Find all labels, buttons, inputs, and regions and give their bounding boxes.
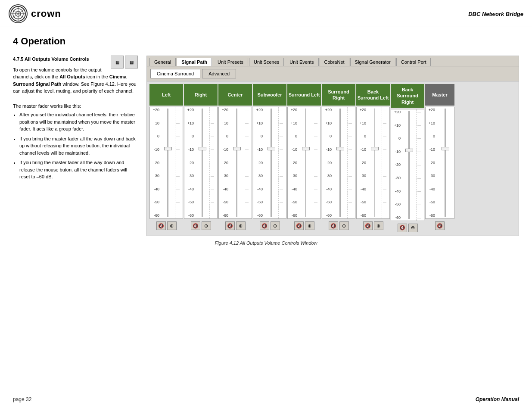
bullet-list: After you set the individual channel lev… <box>19 111 138 181</box>
sub-tab-advanced[interactable]: Advanced <box>202 69 236 78</box>
tab-control-port[interactable]: Control Port <box>396 58 431 66</box>
tab-signal-path[interactable]: Signal Path <box>177 58 212 66</box>
mute-btn-sub[interactable]: 🔇 <box>260 221 269 230</box>
master-controls: 🔇 <box>434 221 445 231</box>
tab-general[interactable]: General <box>149 58 176 66</box>
sub-tab-cinema-surround[interactable]: Cinema Surround <box>150 69 200 78</box>
bullet-3: If you bring the master fader all the wa… <box>19 159 138 181</box>
fader-track-bsl[interactable] <box>367 107 382 218</box>
mute-btn-bsr[interactable]: 🔇 <box>398 224 407 232</box>
fader-scale-right2: — — — — — — — — — <box>209 107 217 218</box>
channel-controls-sub: 🔇 ⊕ <box>259 221 281 231</box>
fader-thumb-bsr[interactable] <box>405 149 413 152</box>
crown-logo <box>9 4 28 23</box>
text-panel: ▦ ▦ 4.7.5 All Outputs Volume Controls To… <box>13 56 138 236</box>
channel-header-surround-right: Surround Right <box>322 84 355 106</box>
polarity-btn-bsr[interactable]: ⊕ <box>408 224 418 232</box>
fader-thumb-sr[interactable] <box>336 147 344 150</box>
fader-thumb-master[interactable] <box>442 147 449 150</box>
channel-header-right: Right <box>184 84 218 106</box>
fader-track-sub[interactable] <box>264 107 278 218</box>
channel-left: Left +20 +10 0 -10 -20 -30 -40 -50 -60 <box>149 84 183 233</box>
channel-back-surround-right: Back Surround Right +20 +10 0 -10 -20 -3… <box>391 84 424 233</box>
channel-header-surround-left: Surround Left <box>287 84 321 106</box>
bullet-2: If you bring the master fader all the wa… <box>19 135 138 157</box>
icon-box: ▦ ▦ <box>111 56 138 68</box>
fader-scale-sr: +20 +10 0 -10 -20 -30 -40 -50 -60 <box>322 107 333 218</box>
channel-controls-bsl: 🔇 ⊕ <box>362 221 384 231</box>
tab-unit-presets[interactable]: Unit Presets <box>213 58 248 66</box>
fader-thumb-sl[interactable] <box>302 147 310 150</box>
mute-btn-master[interactable]: 🔇 <box>435 221 445 230</box>
mute-btn-left[interactable]: 🔇 <box>156 221 166 230</box>
fader-area-left: +20 +10 0 -10 -20 -30 -40 -50 -60 <box>149 107 183 219</box>
fader-track-left[interactable] <box>160 107 175 218</box>
channel-center: Center +20 +10 0 -10 -20 -30 -40 -50 -60 <box>218 84 252 233</box>
fader-track-right[interactable] <box>195 107 209 218</box>
channel-controls-left: 🔇 ⊕ <box>156 221 177 231</box>
fader-thumb-right[interactable] <box>199 147 206 150</box>
fader-area-center: +20 +10 0 -10 -20 -30 -40 -50 -60 <box>218 107 252 219</box>
fader-sr-sub: — — — — — — — — — <box>278 107 286 218</box>
channel-controls-sl: 🔇 ⊕ <box>293 221 315 231</box>
polarity-btn-right[interactable]: ⊕ <box>202 221 211 230</box>
bullet-1: After you set the individual channel lev… <box>19 111 138 133</box>
fader-scale-bsr: +20 +10 0 -10 -20 -30 -40 -50 -60 <box>391 109 401 221</box>
tab-unit-scenes[interactable]: Unit Scenes <box>249 58 284 66</box>
main-tab-bar: General Signal Path Unit Presets Unit Sc… <box>147 56 519 66</box>
fader-area-sr: +20 +10 0 -10 -20 -30 -40 -50 -60 <box>322 107 355 219</box>
channel-controls-center: 🔇 ⊕ <box>224 221 246 231</box>
mute-btn-center[interactable]: 🔇 <box>225 221 235 230</box>
tab-unit-events[interactable]: Unit Events <box>285 58 318 66</box>
fader-thumb-sub[interactable] <box>268 147 275 150</box>
fader-area-sl: +20 +10 0 -10 -20 -30 -40 -50 -60 <box>287 107 321 219</box>
fader-track-master[interactable] <box>436 107 454 218</box>
fader-sr-sl: — — — — — — — — — <box>313 107 320 218</box>
channel-controls-sr: 🔇 ⊕ <box>328 221 350 231</box>
fader-area-bsl: +20 +10 0 -10 -20 -30 -40 -50 -60 <box>356 107 390 219</box>
mute-btn-right[interactable]: 🔇 <box>191 221 200 230</box>
channel-header-center: Center <box>218 84 252 106</box>
bold1: All Outputs <box>59 74 85 79</box>
figure-caption: Figure 4.12 All Outputs Volume Controls … <box>13 240 519 246</box>
polarity-btn-sl[interactable]: ⊕ <box>305 221 314 230</box>
channel-right: Right +20 +10 0 -10 -20 -30 -40 -50 -60 <box>184 84 218 233</box>
channel-surround-left: Surround Left +20 +10 0 -10 -20 -30 -40 … <box>287 84 321 233</box>
fader-sr-bsr: — — — — — — — — — <box>416 109 424 221</box>
fader-thumb-center[interactable] <box>233 147 241 150</box>
footer-page-number: page 32 <box>13 396 31 402</box>
fader-scale-sl: +20 +10 0 -10 -20 -30 -40 -50 -60 <box>288 107 298 218</box>
channels-area: Left +20 +10 0 -10 -20 -30 -40 -50 -60 <box>147 81 519 236</box>
channel-master: Master +20 +10 0 -10 -20 -30 -40 -50 -60 <box>425 84 454 233</box>
fader-scale-right-left: — — — — — — — — — <box>175 107 183 218</box>
page-footer: page 32 Operation Manual <box>13 396 519 402</box>
mute-btn-sr[interactable]: 🔇 <box>329 221 338 230</box>
fader-scale-center: +20 +10 0 -10 -20 -30 -40 -50 -60 <box>219 107 229 218</box>
mute-btn-bsl[interactable]: 🔇 <box>363 221 373 230</box>
fader-thumb-bsl[interactable] <box>371 147 379 150</box>
polarity-btn-bsl[interactable]: ⊕ <box>374 221 383 230</box>
fader-scale-left: +20 +10 0 -10 -20 -30 -40 -50 -60 <box>150 107 160 218</box>
polarity-btn-sr[interactable]: ⊕ <box>339 221 349 230</box>
channel-header-subwoofer: Subwoofer <box>253 84 286 106</box>
polarity-btn-center[interactable]: ⊕ <box>236 221 246 230</box>
channel-back-surround-left: Back Surround Left +20 +10 0 -10 -20 -30… <box>356 84 390 233</box>
fader-track-center[interactable] <box>229 107 244 218</box>
fader-track-sl[interactable] <box>298 107 313 218</box>
mixer-panel: General Signal Path Unit Presets Unit Sc… <box>146 56 519 236</box>
mute-btn-sl[interactable]: 🔇 <box>294 221 304 230</box>
channel-header-left: Left <box>149 84 183 106</box>
channel-header-bsl: Back Surround Left <box>356 84 390 106</box>
polarity-btn-sub[interactable]: ⊕ <box>271 221 280 230</box>
fader-scale-bsl: +20 +10 0 -10 -20 -30 -40 -50 -60 <box>357 107 367 218</box>
fader-track-bsr[interactable] <box>401 109 416 221</box>
channel-controls-right: 🔇 ⊕ <box>190 221 212 231</box>
tab-cobranet[interactable]: CobraNet <box>320 58 349 66</box>
channel-subwoofer: Subwoofer +20 +10 0 -10 -20 -30 -40 -50 … <box>253 84 286 233</box>
footer-doc-name: Operation Manual <box>476 396 519 402</box>
polarity-btn-left[interactable]: ⊕ <box>167 221 177 230</box>
fader-sr-bsl: — — — — — — — — — <box>382 107 389 218</box>
fader-thumb-left[interactable] <box>164 147 172 150</box>
tab-signal-generator[interactable]: Signal Generator <box>350 58 395 66</box>
fader-track-sr[interactable] <box>333 107 347 218</box>
